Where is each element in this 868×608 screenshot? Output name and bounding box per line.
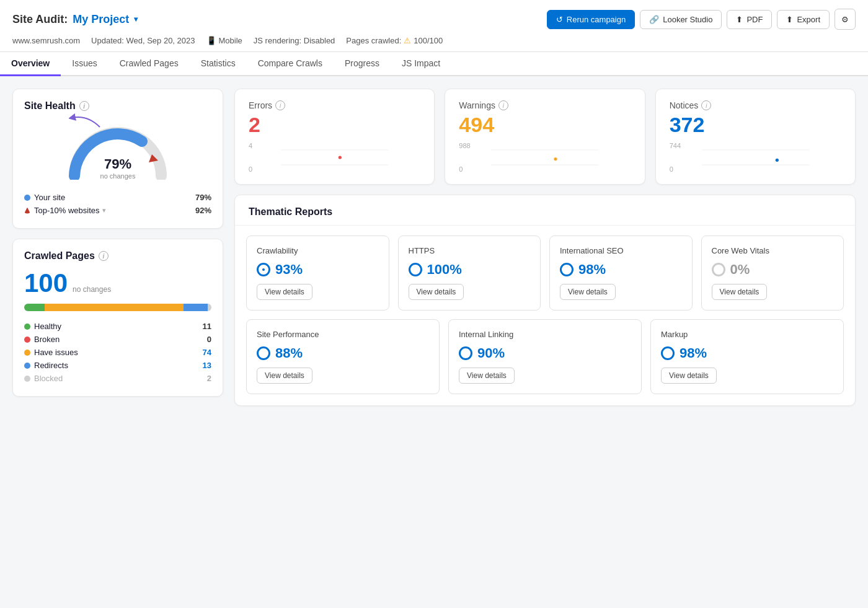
core-web-vitals-label: Core Web Vitals bbox=[712, 246, 834, 255]
markup-pct-row: 98% bbox=[661, 345, 833, 361]
progress-issues bbox=[45, 304, 183, 311]
export-button[interactable]: ⬆ Export bbox=[777, 10, 830, 29]
warnings-info-icon[interactable]: i bbox=[498, 100, 508, 110]
site-health-title: Site Health i bbox=[24, 100, 211, 112]
top10-value: 92% bbox=[195, 206, 211, 215]
international-seo-circle-icon bbox=[560, 263, 574, 276]
warnings-label: Warnings i bbox=[459, 100, 631, 110]
crawled-pages-title: Crawled Pages i bbox=[24, 250, 211, 262]
warning-icon: ⚠ bbox=[404, 36, 411, 45]
settings-button[interactable]: ⚙ bbox=[835, 9, 856, 30]
pdf-button[interactable]: ⬆ PDF bbox=[727, 10, 772, 29]
svg-point-2 bbox=[339, 156, 342, 159]
errors-zero-label: 0 bbox=[249, 165, 420, 173]
header-title: Site Audit: My Project ▾ bbox=[12, 13, 138, 26]
site-performance-pct-row: 88% bbox=[257, 345, 429, 361]
crawled-pages-info-icon[interactable]: i bbox=[99, 251, 108, 261]
updated-date: Updated: Wed, Sep 20, 2023 bbox=[91, 36, 195, 45]
markup-pct: 98% bbox=[680, 345, 707, 361]
site-health-info-icon[interactable]: i bbox=[79, 101, 89, 111]
internal-linking-view-details-button[interactable]: View details bbox=[459, 368, 515, 384]
site-performance-pct: 88% bbox=[275, 345, 303, 361]
warnings-max-label: 988 bbox=[459, 142, 631, 149]
top10-legend[interactable]: Top-10% websites ▾ 92% bbox=[24, 204, 211, 217]
rerun-campaign-button[interactable]: ↺ Rerun campaign bbox=[547, 10, 635, 29]
tab-crawled-pages[interactable]: Crawled Pages bbox=[108, 52, 190, 76]
looker-studio-button[interactable]: 🔗 Looker Studio bbox=[640, 10, 722, 29]
tab-js-impact[interactable]: JS Impact bbox=[391, 52, 451, 76]
have-issues-dot bbox=[24, 350, 30, 356]
internal-linking-pct: 90% bbox=[477, 345, 505, 361]
notices-max-label: 744 bbox=[670, 142, 841, 149]
tab-overview[interactable]: Overview bbox=[0, 52, 61, 76]
errors-sparkline bbox=[249, 149, 420, 165]
healthy-dot bbox=[24, 324, 30, 330]
markup-view-details-button[interactable]: View details bbox=[661, 368, 717, 384]
your-site-value: 79% bbox=[195, 193, 211, 202]
device-info: 📱 Mobile bbox=[206, 36, 242, 45]
international-seo-view-details-button[interactable]: View details bbox=[560, 284, 616, 300]
thematic-https: HTTPS 100% View details bbox=[398, 236, 541, 311]
site-performance-circle-icon bbox=[257, 346, 270, 360]
warnings-card: Warnings i 494 988 0 bbox=[445, 89, 645, 185]
tab-statistics[interactable]: Statistics bbox=[190, 52, 247, 76]
gauge-container: 79% no changes bbox=[24, 120, 211, 182]
export-icon: ⬆ bbox=[786, 15, 793, 24]
notices-zero-label: 0 bbox=[670, 165, 841, 173]
header: Site Audit: My Project ▾ ↺ Rerun campaig… bbox=[0, 0, 868, 52]
crawlability-view-details-button[interactable]: View details bbox=[257, 284, 312, 300]
internal-linking-circle-icon bbox=[459, 346, 472, 360]
https-view-details-button[interactable]: View details bbox=[409, 284, 464, 300]
thematic-row1: Crawlability 93% View details HTTPS bbox=[246, 236, 844, 311]
broken-dot bbox=[24, 337, 30, 343]
nav-tabs: Overview Issues Crawled Pages Statistics… bbox=[0, 52, 868, 76]
gauge-label: 79% no changes bbox=[100, 156, 136, 180]
notices-sparkline bbox=[670, 149, 841, 165]
tab-progress[interactable]: Progress bbox=[334, 52, 391, 76]
https-circle-icon bbox=[409, 263, 422, 276]
domain: www.semrush.com bbox=[12, 36, 80, 45]
site-performance-label: Site Performance bbox=[257, 330, 429, 339]
thematic-inner: Crawlability 93% View details HTTPS bbox=[235, 226, 855, 405]
project-chevron-icon[interactable]: ▾ bbox=[134, 15, 138, 24]
main-content: Site Health i bbox=[0, 76, 868, 418]
notices-chart: 744 0 bbox=[670, 142, 841, 173]
healthy-legend: Healthy 11 bbox=[24, 320, 211, 333]
crawled-progress-bar bbox=[24, 304, 211, 311]
core-web-vitals-view-details-button[interactable]: View details bbox=[712, 284, 768, 300]
site-performance-view-details-button[interactable]: View details bbox=[257, 368, 312, 384]
pdf-icon: ⬆ bbox=[736, 15, 743, 24]
js-rendering: JS rendering: Disabled bbox=[254, 36, 335, 45]
top10-dot bbox=[24, 208, 30, 214]
project-name[interactable]: My Project bbox=[73, 13, 129, 26]
international-seo-pct-row: 98% bbox=[560, 262, 682, 278]
have-issues-legend: Have issues 74 bbox=[24, 346, 211, 359]
errors-max-label: 4 bbox=[249, 142, 420, 149]
crawlability-circle-icon bbox=[257, 263, 270, 276]
tab-compare-crawls[interactable]: Compare Crawls bbox=[247, 52, 334, 76]
blocked-value: 2 bbox=[207, 374, 211, 383]
errors-info-icon[interactable]: i bbox=[275, 100, 285, 110]
crawlability-pct: 93% bbox=[275, 262, 303, 278]
thematic-markup: Markup 98% View details bbox=[650, 319, 844, 394]
errors-value: 2 bbox=[249, 113, 420, 137]
warnings-sparkline bbox=[459, 149, 631, 165]
markup-circle-icon bbox=[661, 346, 675, 360]
notices-label: Notices i bbox=[670, 100, 841, 110]
progress-healthy bbox=[24, 304, 45, 311]
looker-icon: 🔗 bbox=[649, 15, 659, 24]
tab-issues[interactable]: Issues bbox=[61, 52, 108, 76]
broken-value: 0 bbox=[207, 335, 211, 344]
notices-card: Notices i 372 744 0 bbox=[655, 89, 856, 185]
crawled-no-changes: no changes bbox=[73, 285, 111, 294]
site-audit-label: Site Audit: bbox=[12, 13, 68, 26]
https-label: HTTPS bbox=[409, 246, 531, 255]
crawled-count: 100 bbox=[24, 270, 68, 296]
errors-chart: 4 0 bbox=[249, 142, 420, 173]
blocked-dot bbox=[24, 376, 30, 382]
crawlability-label: Crawlability bbox=[257, 246, 379, 255]
notices-info-icon[interactable]: i bbox=[701, 100, 711, 110]
thematic-internal-linking: Internal Linking 90% View details bbox=[448, 319, 642, 394]
blocked-legend: Blocked 2 bbox=[24, 372, 211, 385]
meta-bar: www.semrush.com Updated: Wed, Sep 20, 20… bbox=[12, 36, 856, 51]
